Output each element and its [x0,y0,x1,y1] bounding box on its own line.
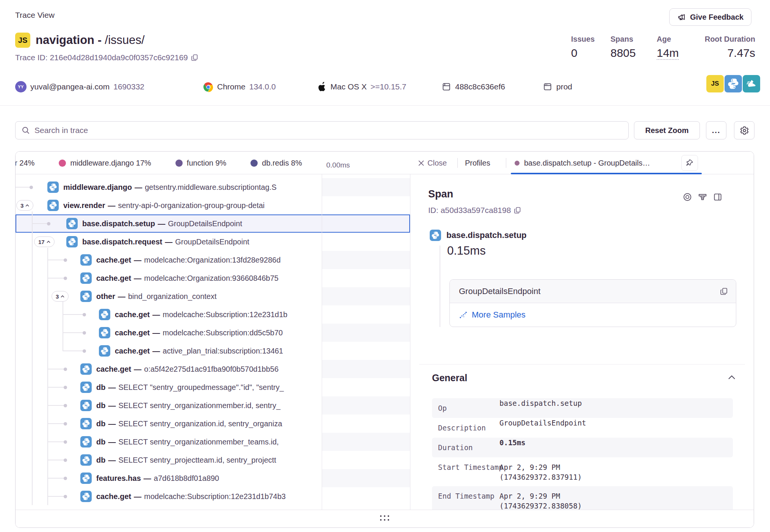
python-icon [80,436,92,448]
platform-icons: JS [706,77,760,90]
children-count-pill[interactable]: 3 [16,200,33,211]
general-key: End Timestamp [438,491,495,501]
span-op: cache.get [115,329,150,337]
children-count-pill[interactable]: 17 [34,236,55,247]
general-value: Apr 2, 9:29 PM(1743629372.837911) [499,462,582,482]
tree-connector [47,441,65,442]
separator: — [108,438,116,446]
trace-row[interactable]: db—SELECT sentry_organizationmember_team… [16,433,322,451]
span-description: sentry-api-0-organization-group-group-de… [118,201,264,210]
collapse-general-button[interactable] [728,375,736,380]
browser-version: 134.0.0 [249,82,276,91]
separator: — [152,310,160,319]
tree-waterfall-divider[interactable] [322,152,322,510]
general-value: 0.15ms [499,438,526,448]
trace-view-container: middleware.django—getsentry.middleware.s… [15,151,754,528]
trace-row[interactable]: db—SELECT "sentry_groupedmessage"."id", … [16,378,322,396]
chevron-up-icon [47,241,50,243]
trace-footer-bar [16,510,754,527]
user-id: 1690332 [113,82,144,91]
tab-divider [457,158,458,168]
trace-row[interactable]: 3 other—bind_organization_context [16,287,322,305]
winged-boot-platform-icon [743,75,760,92]
device-meta: 488c8c636ef6 [441,80,505,93]
span-description: o:a5f42e275d1ac91fba90f0b570d1bb56 [144,365,279,373]
trace-row[interactable]: cache.get—modelcache:Organization:13fd28… [16,251,322,269]
span-description: modelcache:Subscription:dd5c5b70 [163,329,283,337]
separator: — [144,474,151,482]
waterfall-row [322,324,410,342]
settings-button[interactable] [734,121,754,139]
span-op-dot [515,161,520,166]
apple-icon [318,82,327,92]
python-icon [80,454,92,466]
trace-row[interactable]: 3 view.render—sentry-api-0-organization-… [16,196,322,214]
tree-connector [47,405,65,406]
projection-button[interactable] [695,191,710,203]
search-input[interactable] [34,126,622,135]
pin-tab-button[interactable] [681,155,698,171]
waterfall-panel-divider[interactable] [410,152,410,510]
copy-icon[interactable] [720,287,728,296]
copy-icon[interactable] [191,54,199,61]
stat-age[interactable]: Age14m [657,35,679,60]
span-tree: middleware.django—getsentry.middleware.s… [16,152,322,510]
children-count-pill[interactable]: 3 [52,291,69,302]
legend-item[interactable]: or 24% [16,159,34,167]
trace-row[interactable]: 17 base.dispatch.request—GroupDetailsEnd… [16,233,322,251]
span-op: cache.get [96,256,131,264]
span-description: modelcache:Subscription:12e231d1b [163,310,287,319]
span-description: getsentry.middleware.subscriptiontag.S [145,183,277,191]
legend-dot [250,160,258,167]
more-samples-link[interactable]: More Samples [450,303,736,327]
span-description: SELECT "sentry_groupedmessage"."id", "se… [118,383,283,391]
focus-span-button[interactable] [680,191,695,203]
python-icon [80,400,92,411]
python-icon [80,272,92,284]
tree-connector [47,478,65,479]
span-detail-panel: Span [410,175,754,510]
span-description: SELECT sentry_organizationmember.id, sen… [118,401,280,410]
legend-item[interactable]: middleware.django 17% [59,159,151,167]
reset-zoom-button[interactable]: Reset Zoom [634,121,700,139]
general-key: Start Timestamp [438,462,503,472]
tab-profiles[interactable]: Profiles [465,152,490,174]
tab-span-details[interactable]: base.dispatch.setup - GroupDetails… [515,152,650,174]
trace-row[interactable]: cache.get—active_plan_trial:subscription… [16,342,322,360]
span-description: modelcache:Organization:93660846b75 [144,274,279,282]
trace-title-row: JS navigation - /issues/ [15,33,145,48]
tree-connector-dot [64,277,67,280]
legend-item[interactable]: function 9% [175,159,227,167]
trace-row[interactable]: cache.get—o:a5f42e275d1ac91fba90f0b570d1… [16,360,322,378]
trace-row[interactable]: cache.get—modelcache:Subscription:12e231… [16,487,322,505]
search-in-trace[interactable] [15,121,629,139]
tree-connector-dot [64,404,67,407]
trace-row[interactable]: middleware.django—getsentry.middleware.s… [16,178,322,196]
split-view-button[interactable] [710,191,725,203]
more-options-button[interactable]: ... [706,121,726,139]
span-op: cache.get [115,310,150,319]
span-description: SELECT sentry_organization.id, sentry_or… [118,419,282,428]
trace-row[interactable]: features.has—a7d618b8df01a890 [16,469,322,487]
trace-row[interactable]: db—SELECT sentry_organizationmember.id, … [16,396,322,415]
tree-connector [63,314,84,315]
waterfall-row [322,287,410,305]
trace-row[interactable]: cache.get—modelcache:Subscription:dd5c5b… [16,324,322,342]
trace-row[interactable]: db—SELECT sentry_projectteam.id, sentry_… [16,451,322,469]
tree-connector-dot [64,440,67,444]
trace-id: Trace ID: 216e04d28d1940da9c0f0357c6c921… [15,53,199,62]
trace-row[interactable]: cache.get—modelcache:Subscription:12e231… [16,305,322,324]
close-icon [418,160,424,166]
span-op: db [96,383,105,391]
python-icon [80,473,92,484]
close-panel-button[interactable]: Close [418,152,447,174]
give-feedback-button[interactable]: Give Feedback [669,8,751,26]
trace-row[interactable]: cache.get—modelcache:Organization:936608… [16,269,322,287]
drag-handle[interactable] [380,515,389,521]
copy-icon[interactable] [514,207,521,214]
split-panel-icon [713,192,723,202]
trace-row[interactable]: db—SELECT sentry_organization.id, sentry… [16,415,322,433]
waterfall-row [322,396,410,415]
legend-item[interactable]: db.redis 8% [250,159,302,167]
trace-row[interactable]: base.dispatch.setup—GroupDetailsEndpoint [16,214,322,233]
